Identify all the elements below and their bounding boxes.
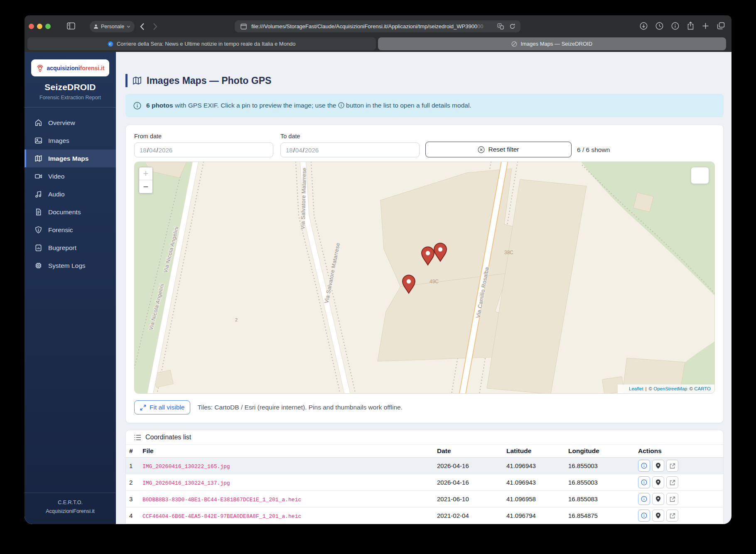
list-icon — [134, 434, 141, 441]
svg-text:C: C — [109, 42, 112, 46]
col-header-lat: Latitude — [503, 445, 565, 458]
leaflet-link[interactable]: Leaflet — [629, 386, 643, 391]
minimize-window-button[interactable] — [37, 24, 42, 29]
details-button[interactable] — [638, 460, 650, 472]
file-link[interactable]: IMG_20260416_130222_165.jpg — [142, 463, 230, 470]
zoom-out-button[interactable]: − — [139, 180, 152, 193]
reset-filter-button[interactable]: Reset filter — [425, 142, 572, 157]
chevron-down-icon — [127, 25, 130, 28]
map-layers-control[interactable] — [691, 167, 709, 184]
map-icon — [132, 76, 142, 86]
page-icon — [241, 24, 247, 29]
table-row — [126, 524, 723, 525]
browser-toolbar: Personale file:///Volumes/StorageFast/Cl… — [25, 15, 731, 36]
file-link[interactable]: B0DBB8B3-83D0-4BE1-BC44-E381B67DCE1E_1_2… — [142, 497, 301, 503]
details-button[interactable] — [638, 493, 650, 505]
zoom-in-button[interactable]: + — [139, 167, 152, 180]
sidebar-item-video[interactable]: Video — [25, 167, 116, 185]
coordinates-table: # File Date Latitude Longitude Actions 1… — [126, 445, 723, 524]
tab-favicon-placeholder — [511, 41, 517, 47]
details-button[interactable] — [638, 510, 650, 522]
sidebar-footer: C.E.R.T.O. AcquisizioniForensi.it — [25, 493, 116, 525]
share-icon[interactable] — [687, 22, 694, 30]
music-icon — [34, 190, 42, 198]
tab-favicon: C — [108, 41, 113, 47]
open-external-button[interactable] — [666, 460, 678, 472]
tiles-note: Tiles: CartoDB / Esri (require internet)… — [197, 404, 403, 411]
table-row: 4 CCF46404-6B6E-4EA5-842E-97BEA0DE8A8F_1… — [126, 507, 723, 524]
history-icon[interactable] — [655, 22, 663, 30]
window-controls[interactable] — [29, 24, 51, 29]
x-circle-icon — [478, 146, 485, 153]
from-date-input[interactable]: 18/04/2026 — [134, 142, 273, 157]
downloads-icon[interactable] — [640, 22, 648, 30]
map-zoom-control: + − — [139, 167, 153, 194]
map-attribution: Leaflet | © OpenStreetMap © CARTO — [618, 385, 714, 393]
sidebar-item-audio[interactable]: Audio — [25, 185, 116, 203]
app-subtitle: Forensic Extraction Report — [25, 95, 116, 101]
to-date-input[interactable]: 18/04/2026 — [280, 142, 420, 157]
osm-link[interactable]: OpenStreetMap — [653, 386, 687, 391]
coordinates-card: Coordinates list # File Date Latitude Lo… — [125, 430, 724, 524]
info-banner: 6 photos with GPS EXIF. Click a pin to p… — [125, 94, 724, 117]
sidebar-item-system-logs[interactable]: System Logs — [25, 257, 116, 275]
open-external-button[interactable] — [666, 493, 678, 505]
open-external-button[interactable] — [666, 476, 678, 488]
logo[interactable]: acquisizioniforensi.it — [31, 59, 109, 76]
locate-pin-button[interactable] — [652, 476, 664, 488]
address-bar[interactable]: file:///Volumes/StorageFast/Claude/Acqui… — [235, 20, 520, 32]
tab-overview-icon[interactable] — [717, 22, 725, 29]
file-link[interactable]: IMG_20260416_130224_137.jpg — [142, 480, 230, 486]
carto-link[interactable]: CARTO — [694, 386, 711, 391]
locate-pin-button[interactable] — [652, 510, 664, 522]
video-icon — [34, 172, 42, 180]
new-tab-icon[interactable] — [702, 22, 709, 29]
reload-icon[interactable] — [509, 23, 515, 29]
home-icon — [34, 119, 42, 127]
sidebar: acquisizioniforensi.it SeizeDROID Forens… — [25, 52, 116, 524]
back-button[interactable] — [140, 23, 145, 30]
zoom-window-button[interactable] — [45, 24, 51, 29]
sidebar-item-images[interactable]: Images — [25, 132, 116, 150]
plot-label: 49C — [430, 279, 439, 284]
sidebar-item-forensic[interactable]: Forensic — [25, 221, 116, 239]
map[interactable]: Via Nicola Angelini Via Nicola Angelini … — [134, 162, 715, 394]
details-button[interactable] — [638, 476, 650, 488]
profile-label: Personale — [101, 24, 124, 29]
ukraine-flag-icon — [621, 387, 627, 391]
close-window-button[interactable] — [29, 24, 34, 29]
locate-pin-button[interactable] — [652, 460, 664, 472]
forward-button[interactable] — [153, 23, 157, 30]
plot-label: 2 — [235, 317, 238, 322]
info-icon — [338, 102, 344, 108]
shown-count: 6 / 6 shown — [577, 146, 610, 154]
open-external-button[interactable] — [666, 510, 678, 522]
sidebar-toggle-icon[interactable] — [67, 22, 75, 31]
tab-corriere[interactable]: C Corriere della Sera: News e Ultime not… — [27, 37, 376, 50]
person-icon — [93, 24, 98, 29]
from-date-label: From date — [134, 133, 273, 140]
sidebar-item-documents[interactable]: Documents — [25, 203, 116, 221]
coordinates-list-header: Coordinates list — [126, 430, 723, 445]
translate-icon[interactable]: A — [497, 23, 504, 29]
info-icon — [133, 102, 141, 110]
tab-images-maps[interactable]: Images Maps — SeizeDROID — [378, 37, 727, 50]
info-icon[interactable] — [671, 22, 679, 30]
logo-icon — [36, 64, 44, 72]
page-title: Images Maps — Photo GPS — [147, 75, 271, 86]
title-accent-bar — [125, 74, 128, 87]
sidebar-item-images-maps[interactable]: Images Maps — [25, 150, 116, 167]
expand-icon — [140, 404, 146, 411]
url-text: file:///Volumes/StorageFast/Claude/Acqui… — [251, 23, 494, 29]
locate-pin-button[interactable] — [652, 493, 664, 505]
sidebar-divider — [25, 107, 116, 108]
table-row: 2 IMG_20260416_130224_137.jpg 2026-04-16… — [126, 474, 723, 491]
fit-all-visible-button[interactable]: Fit all visible — [134, 400, 190, 414]
profile-menu[interactable]: Personale — [90, 21, 135, 32]
shield-icon — [34, 226, 42, 234]
file-link[interactable]: CCF46404-6B6E-4EA5-842E-97BEA0DE8A8F_1_2… — [142, 513, 301, 520]
sidebar-item-bugreport[interactable]: Bugreport — [25, 239, 116, 257]
sidebar-item-overview[interactable]: Overview — [25, 114, 116, 132]
chip-icon — [34, 262, 42, 270]
browser-window: Personale file:///Volumes/StorageFast/Cl… — [25, 15, 731, 524]
